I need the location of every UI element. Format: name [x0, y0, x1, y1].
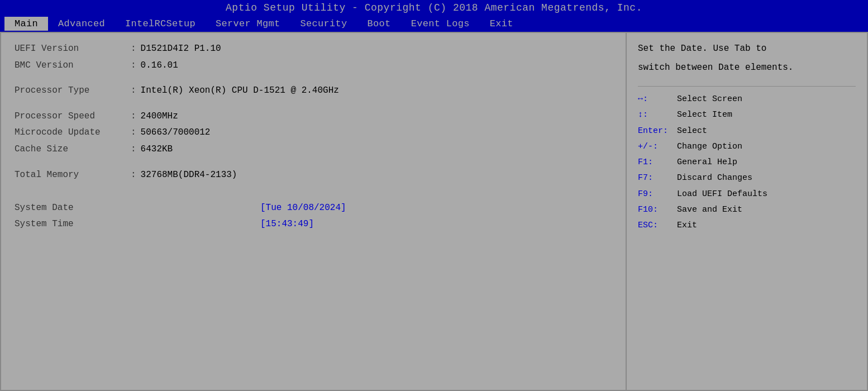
key-f7: F7: Discard Changes: [638, 171, 856, 185]
nav-event-logs[interactable]: Event Logs: [401, 17, 480, 31]
system-time-row: System Time [15:43:49]: [15, 216, 612, 232]
uefi-version-label: UEFI Version: [15, 42, 126, 56]
key-desc-f1: General Help: [677, 155, 737, 170]
system-date-value[interactable]: [Tue 10/08/2024]: [260, 200, 346, 216]
processor-speed-sep: :: [131, 109, 136, 124]
content-area: UEFI Version : D1521D4I2 P1.10 BMC Versi…: [0, 32, 868, 391]
key-symbol-esc: ESC:: [638, 218, 677, 233]
left-panel: UEFI Version : D1521D4I2 P1.10 BMC Versi…: [1, 33, 627, 390]
total-memory-label: Total Memory: [15, 168, 126, 183]
key-desc-esc: Exit: [677, 218, 697, 233]
key-desc-f10: Save and Exit: [677, 203, 742, 217]
nav-boot[interactable]: Boot: [357, 17, 401, 31]
cache-size-row: Cache Size : 6432KB: [15, 142, 612, 157]
help-divider: [638, 86, 856, 87]
key-desc-select-item: Select Item: [677, 108, 732, 122]
microcode-update-label: Microcode Update: [15, 126, 126, 140]
key-esc: ESC: Exit: [638, 218, 856, 233]
bmc-version-label: BMC Version: [15, 59, 126, 73]
processor-type-row: Processor Type : Intel(R) Xeon(R) CPU D-…: [15, 84, 612, 98]
key-desc-enter: Select: [677, 124, 707, 139]
bios-screen: Aptio Setup Utility - Copyright (C) 2018…: [0, 0, 868, 391]
key-desc-f7: Discard Changes: [677, 171, 752, 185]
nav-server-mgmt[interactable]: Server Mgmt: [206, 17, 290, 31]
system-time-value[interactable]: [15:43:49]: [260, 216, 314, 232]
nav-main[interactable]: Main: [4, 17, 48, 31]
key-select-item: ↕: Select Item: [638, 108, 856, 122]
processor-type-value: Intel(R) Xeon(R) CPU D-1521 @ 2.40GHz: [141, 84, 339, 98]
microcode-update-row: Microcode Update : 50663/7000012: [15, 126, 612, 140]
processor-type-label: Processor Type: [15, 84, 126, 98]
uefi-version-sep: :: [131, 42, 136, 56]
uefi-version-row: UEFI Version : D1521D4I2 P1.10: [15, 42, 612, 56]
nav-bar: Main Advanced IntelRCSetup Server Mgmt S…: [0, 16, 868, 32]
title-bar: Aptio Setup Utility - Copyright (C) 2018…: [0, 0, 868, 16]
right-panel: Set the Date. Use Tab to switch between …: [627, 33, 867, 390]
help-description-line1: Set the Date. Use Tab to: [638, 42, 856, 56]
key-desc-f9: Load UEFI Defaults: [677, 187, 767, 202]
key-symbol-f1: F1:: [638, 155, 677, 170]
key-desc-change-option: Change Option: [677, 140, 742, 154]
bmc-version-value: 0.16.01: [141, 59, 178, 73]
total-memory-value: 32768MB(DDR4-2133): [141, 168, 237, 183]
key-symbol-f7: F7:: [638, 171, 677, 185]
bmc-version-sep: :: [131, 59, 136, 73]
processor-type-sep: :: [131, 84, 136, 98]
cache-size-sep: :: [131, 142, 136, 157]
key-change-option: +/-: Change Option: [638, 140, 856, 154]
key-f1: F1: General Help: [638, 155, 856, 170]
key-enter: Enter: Select: [638, 124, 856, 139]
total-memory-row: Total Memory : 32768MB(DDR4-2133): [15, 168, 612, 183]
system-date-label: System Date: [15, 200, 126, 216]
title-text: Aptio Setup Utility - Copyright (C) 2018…: [226, 2, 642, 13]
microcode-update-value: 50663/7000012: [141, 126, 211, 140]
processor-speed-row: Processor Speed : 2400MHz: [15, 109, 612, 124]
key-desc-select-screen: Select Screen: [677, 92, 742, 107]
key-f10: F10: Save and Exit: [638, 203, 856, 217]
key-symbol-select-screen: ↔:: [638, 92, 677, 107]
system-date-row: System Date [Tue 10/08/2024]: [15, 200, 612, 216]
help-description-line2: switch between Date elements.: [638, 61, 856, 75]
key-symbol-f10: F10:: [638, 203, 677, 217]
key-select-screen: ↔: Select Screen: [638, 92, 856, 107]
system-time-label: System Time: [15, 216, 126, 232]
key-symbol-change-option: +/-:: [638, 140, 677, 154]
key-symbol-f9: F9:: [638, 187, 677, 202]
cache-size-label: Cache Size: [15, 142, 126, 157]
key-f9: F9: Load UEFI Defaults: [638, 187, 856, 202]
date-time-section: System Date [Tue 10/08/2024] System Time…: [15, 200, 612, 232]
nav-security[interactable]: Security: [290, 17, 357, 31]
nav-exit[interactable]: Exit: [480, 17, 523, 31]
uefi-version-value: D1521D4I2 P1.10: [141, 42, 221, 56]
key-symbol-select-item: ↕:: [638, 108, 677, 122]
key-symbol-enter: Enter:: [638, 124, 677, 139]
total-memory-sep: :: [131, 168, 136, 183]
cache-size-value: 6432KB: [141, 142, 173, 157]
processor-speed-value: 2400MHz: [141, 109, 178, 124]
processor-speed-label: Processor Speed: [15, 109, 126, 124]
nav-intelrcsetup[interactable]: IntelRCSetup: [115, 17, 206, 31]
key-help-section: ↔: Select Screen ↕: Select Item Enter: S…: [638, 92, 856, 234]
bmc-version-row: BMC Version : 0.16.01: [15, 59, 612, 73]
nav-advanced[interactable]: Advanced: [48, 17, 115, 31]
microcode-update-sep: :: [131, 126, 136, 140]
